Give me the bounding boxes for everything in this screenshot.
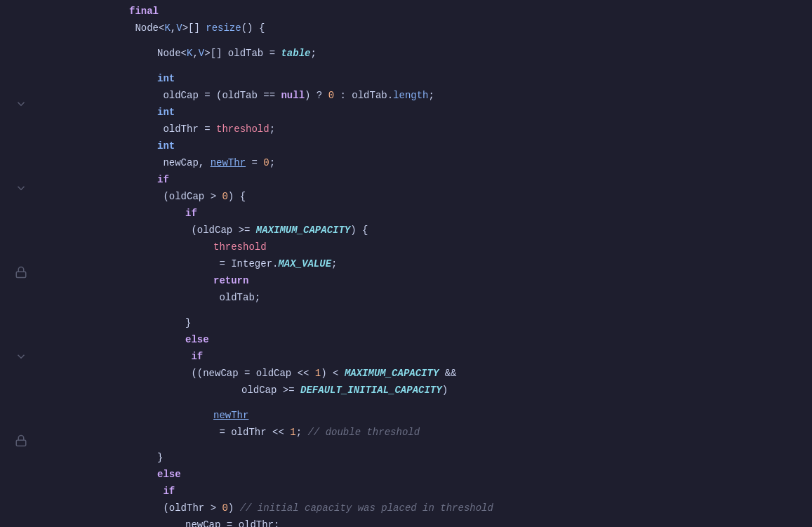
fold-down-icon-3[interactable]: [0, 340, 42, 373]
fold-down-icon-1[interactable]: [0, 87, 42, 121]
svg-rect-0: [16, 272, 26, 277]
fold-down-icon-2[interactable]: [0, 171, 42, 205]
code-line-16: newCap = oldThr;: [56, 508, 798, 527]
code-area[interactable]: final Node<K,V>[] resize() { Node<K,V>[]…: [42, 0, 812, 527]
lock-icon-2[interactable]: [0, 424, 42, 458]
line-16-content: newCap = oldThr;: [112, 500, 798, 527]
editor-gutter: [0, 0, 42, 527]
editor-container: final Node<K,V>[] resize() { Node<K,V>[]…: [0, 0, 812, 527]
svg-rect-1: [16, 440, 26, 446]
keyword-final: final: [129, 6, 159, 17]
lock-icon-1[interactable]: [0, 255, 42, 289]
